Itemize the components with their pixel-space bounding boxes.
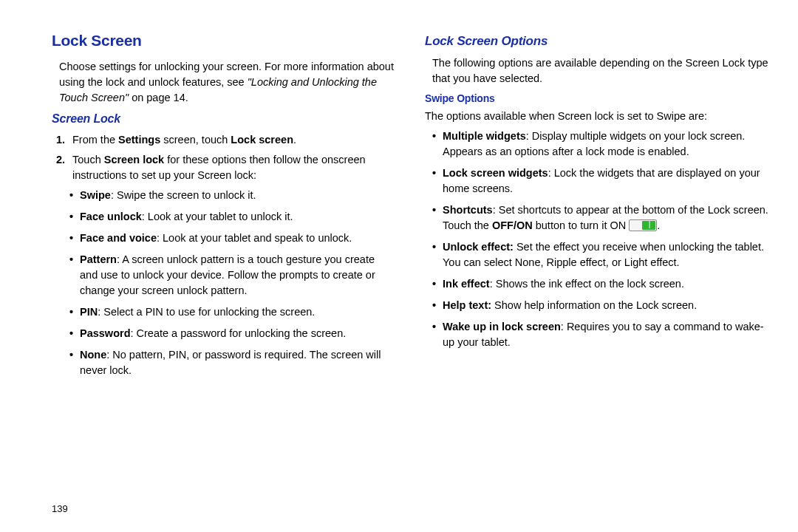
step-2: 2. Touch Screen lock for these options t… (72, 152, 395, 183)
opt-wake-up: Wake up in lock screen: Requires you to … (443, 319, 768, 350)
options-intro: The following options are available depe… (425, 55, 768, 86)
opt-unlock-effect: Unlock effect: Set the effect you receiv… (443, 239, 768, 270)
on-off-toggle-icon (629, 219, 657, 231)
step-2-text: Touch Screen lock for these options then… (72, 154, 366, 181)
opt-lock-screen-widgets: Lock screen widgets: Lock the widgets th… (443, 166, 768, 197)
step-1: 1. From the Settings screen, touch Lock … (72, 132, 395, 148)
subheading-swipe-options: Swipe Options (425, 91, 768, 106)
option-face-voice: Face and voice: Look at your tablet and … (80, 231, 395, 246)
step-number-2: 2. (56, 152, 65, 168)
subheading-screen-lock: Screen Lock (52, 110, 395, 127)
section-title: Lock Screen (52, 30, 395, 52)
intro-paragraph: Choose settings for unlocking your scree… (52, 59, 395, 106)
option-pattern: Pattern: A screen unlock pattern is a to… (80, 252, 395, 299)
section-title-options: Lock Screen Options (425, 33, 768, 51)
swipe-options-lead: The options available when Screen lock i… (425, 109, 768, 124)
option-pin: PIN: Select a PIN to use for unlocking t… (80, 304, 395, 320)
option-swipe: Swipe: Swipe the screen to unlock it. (80, 188, 395, 203)
opt-help-text: Help text: Show help information on the … (443, 298, 768, 313)
option-password: Password: Create a password for unlockin… (80, 326, 395, 341)
option-none: None: No pattern, PIN, or password is re… (80, 347, 395, 378)
intro-text-b: on page 14. (132, 92, 188, 103)
opt-multiple-widgets: Multiple widgets: Display multiple widge… (443, 129, 768, 160)
page-number: 139 (52, 503, 68, 514)
option-face-unlock: Face unlock: Look at your tablet to unlo… (80, 209, 395, 225)
opt-shortcuts: Shortcuts: Set shortcuts to appear at th… (443, 202, 768, 233)
step-number-1: 1. (56, 132, 65, 148)
step-1-text: From the Settings screen, touch Lock scr… (72, 134, 296, 146)
opt-ink-effect: Ink effect: Shows the ink effect on the … (443, 276, 768, 292)
